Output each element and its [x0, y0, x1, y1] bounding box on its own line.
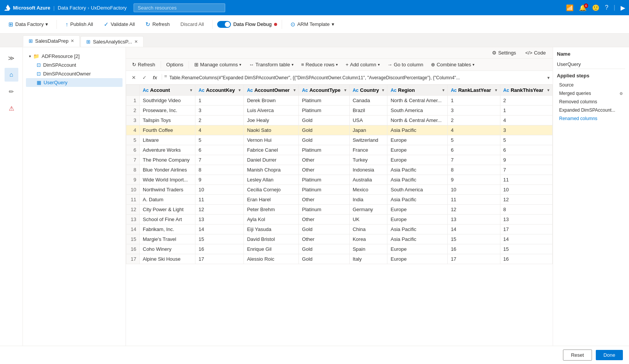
sidebar-alert-btn[interactable]: ⚠: [5, 101, 18, 115]
done-button[interactable]: Done: [596, 350, 623, 360]
table-row[interactable]: 2 Proseware, Inc. 3 Luis Alverca Platinu…: [126, 106, 553, 115]
step-item[interactable]: Expanded DimSPAccount...: [557, 106, 625, 114]
goto-column-btn[interactable]: → Go to column: [384, 60, 426, 69]
account-filter-icon[interactable]: ▾: [190, 88, 192, 92]
country-filter-icon[interactable]: ▾: [382, 88, 384, 92]
tab-salesanalytics[interactable]: ⊞ SalesAnalyticsP... ✕: [81, 36, 143, 47]
accounttype-filter-icon[interactable]: ▾: [344, 88, 346, 92]
explorer-item-userquery[interactable]: ▦ UserQuery: [26, 78, 123, 87]
manage-columns-btn[interactable]: ⊞ Manage columns ▾: [191, 60, 244, 69]
cell-type: Gold: [299, 115, 350, 125]
sidebar-expand-btn[interactable]: ≫: [5, 51, 18, 65]
cell-type: Gold: [299, 254, 350, 264]
region-filter-icon[interactable]: ▾: [442, 88, 444, 92]
table-row[interactable]: 11 A. Datum 11 Eran Harel Other India As…: [126, 195, 553, 205]
transform-table-btn[interactable]: ↔ Transform table ▾: [246, 60, 297, 69]
step-settings-icon[interactable]: ⚙: [619, 91, 623, 96]
publish-btn[interactable]: ↑ Publish All: [61, 19, 97, 29]
table-container[interactable]: Ac Account ▾ Ac AccountKey ▾: [126, 85, 553, 346]
rankthis-filter-icon[interactable]: ▾: [547, 88, 549, 92]
step-item[interactable]: Renamed columns: [557, 114, 625, 123]
discard-btn[interactable]: Discard All: [177, 19, 208, 29]
cell-key: 2: [195, 115, 244, 125]
region-type-icon: Ac: [390, 88, 396, 93]
col-account[interactable]: Ac Account ▾: [140, 85, 195, 96]
table-row[interactable]: 1 Southridge Video 1 Derek Brown Platinu…: [126, 96, 553, 106]
table-row[interactable]: 3 Tailspin Toys 2 Joe Healy Gold USA Nor…: [126, 115, 553, 125]
table-row[interactable]: 4 Fourth Coffee 4 Naoki Sato Gold Japan …: [126, 125, 553, 135]
formula-expand-icon[interactable]: ▾: [547, 75, 550, 80]
table-row[interactable]: 8 Blue Yonder Airlines 8 Manish Chopra O…: [126, 165, 553, 175]
close-tab-1-icon[interactable]: ✕: [71, 38, 74, 43]
notification-icon[interactable]: 🔔6: [579, 4, 587, 11]
step-item[interactable]: Merged queries⚙: [557, 89, 625, 98]
search-input[interactable]: [134, 3, 225, 12]
explorer-item-dimsplaccount[interactable]: ⊡ DimSPAccount: [26, 61, 123, 69]
explorer-item-dimspaccountowner[interactable]: ⊡ DimSPAccountOwner: [26, 69, 123, 78]
data-factory-btn[interactable]: ⊞ Data Factory ▾: [5, 19, 52, 30]
refresh-main-btn[interactable]: ↻ Refresh: [142, 19, 174, 30]
reduce-rows-btn[interactable]: ≡ Reduce rows ▾: [298, 60, 341, 69]
table-row[interactable]: 16 Coho Winery 16 Enrique Gil Gold Spain…: [126, 244, 553, 254]
table-row[interactable]: 12 City Power & Light 12 Peter Brehm Pla…: [126, 205, 553, 215]
cell-account: Litware: [140, 135, 195, 145]
step-item[interactable]: Removed columns: [557, 98, 625, 106]
table-row[interactable]: 9 Wide World Import... 9 Lesley Allan Pl…: [126, 175, 553, 185]
step-item[interactable]: Source: [557, 81, 625, 89]
accountowner-type-icon: Ac: [247, 88, 253, 93]
table-row[interactable]: 5 Litware 5 Vernon Hui Gold Switzerland …: [126, 135, 553, 145]
col-accountowner[interactable]: Ac AccountOwner ▾: [244, 85, 299, 96]
accountkey-filter-icon[interactable]: ▾: [239, 88, 240, 92]
tab-salesdataprep[interactable]: ⊞ SalesDataPrep ✕: [23, 35, 80, 47]
accountowner-filter-icon[interactable]: ▾: [294, 88, 295, 92]
col-accountkey[interactable]: Ac AccountKey ▾: [195, 85, 244, 96]
col-accounttype[interactable]: Ac AccountType ▾: [299, 85, 350, 96]
explorer-group-header[interactable]: ▾ 📁 ADFResource [2]: [26, 52, 123, 61]
formula-x-btn[interactable]: ✕: [129, 73, 138, 82]
cell-account: Margie's Travel: [140, 234, 195, 244]
col-rankthisyear[interactable]: Ac RankThisYear ▾: [500, 85, 552, 96]
table-row[interactable]: 6 Adventure Works 6 Fabrice Canel Platin…: [126, 145, 553, 155]
ranklast-filter-icon[interactable]: ▾: [495, 88, 497, 92]
cell-ranklast: 17: [448, 254, 500, 264]
smiley-icon[interactable]: 🙂: [592, 4, 600, 11]
col-ranklast-label: RankLastYear: [458, 87, 491, 93]
sub-options-btn[interactable]: Options: [163, 60, 187, 69]
cell-ranklast: 4: [448, 125, 500, 135]
reset-button[interactable]: Reset: [563, 350, 592, 361]
add-column-btn[interactable]: + Add column ▾: [342, 60, 382, 69]
run-icon[interactable]: ▶: [621, 4, 625, 11]
table-row[interactable]: 7 The Phone Company 7 Daniel Durrer Othe…: [126, 155, 553, 165]
table-row[interactable]: 17 Alpine Ski House 17 Alessio Roic Gold…: [126, 254, 553, 264]
table-row[interactable]: 15 Margie's Travel 15 David Bristol Othe…: [126, 234, 553, 244]
breadcrumb-datafactory[interactable]: Data Factory: [58, 5, 86, 11]
help-icon[interactable]: ?: [605, 4, 608, 11]
sub-refresh-btn[interactable]: ↻ Refresh: [129, 60, 158, 69]
formula-bar: ✕ ✓ fx | = Table.RenameColumns(#"Expande…: [126, 71, 553, 85]
cell-region: Asia Pacific: [387, 175, 448, 185]
breadcrumb-factory[interactable]: UxDemoFactory: [91, 5, 127, 11]
table-row[interactable]: 10 Northwind Traders 10 Cecilia Cornejo …: [126, 185, 553, 195]
arm-template-btn[interactable]: ⊙ ARM Template ▾: [287, 19, 338, 30]
row-num-cell: 5: [126, 135, 140, 145]
col-ranklastyear[interactable]: Ac RankLastYear ▾: [448, 85, 500, 96]
formula-fx-btn[interactable]: fx: [150, 73, 160, 82]
cell-country: Canada: [349, 96, 387, 106]
sidebar-home-btn[interactable]: ⌂: [5, 68, 18, 82]
sidebar-pencil-btn[interactable]: ✏: [5, 85, 18, 98]
validate-btn[interactable]: ✓ Validate All: [100, 19, 139, 30]
col-region[interactable]: Ac Region ▾: [387, 85, 448, 96]
cell-account: City Power & Light: [140, 205, 195, 215]
code-btn[interactable]: </> Code: [522, 49, 549, 57]
close-tab-2-icon[interactable]: ✕: [134, 39, 138, 44]
table-row[interactable]: 14 Fabrikam, Inc. 14 Eiji Yasuda Gold Ch…: [126, 224, 553, 234]
table-row[interactable]: 13 School of Fine Art 13 Ayla Kol Other …: [126, 215, 553, 224]
cell-account: Wide World Import...: [140, 175, 195, 185]
cell-country: Spain: [349, 244, 387, 254]
debug-toggle-switch[interactable]: [217, 21, 231, 28]
combine-tables-btn[interactable]: ⊕ Combine tables ▾: [428, 60, 477, 69]
formula-check-btn[interactable]: ✓: [140, 73, 149, 82]
col-country[interactable]: Ac Country ▾: [349, 85, 387, 96]
settings-btn[interactable]: ⚙ Settings: [489, 49, 519, 57]
cell-account: Fourth Coffee: [140, 125, 195, 135]
